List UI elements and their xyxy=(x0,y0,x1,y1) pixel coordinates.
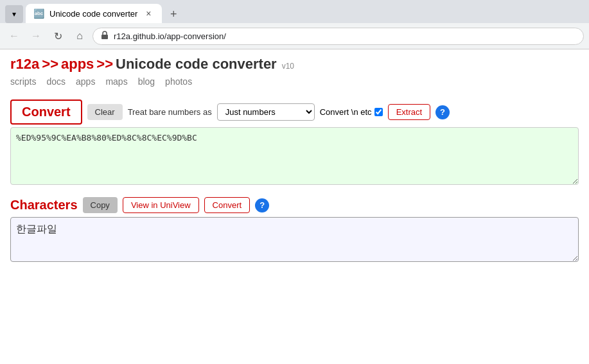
clear-button[interactable]: Clear xyxy=(87,104,123,120)
tab-favicon: 🔤 xyxy=(33,8,44,19)
nav-blog[interactable]: blog xyxy=(138,76,155,87)
treat-label: Treat bare numbers as xyxy=(128,107,212,117)
characters-help-icon[interactable]: ? xyxy=(255,198,269,212)
tab-title: Unicode code converter xyxy=(49,9,137,19)
characters-section: Characters Copy View in UniView Convert … xyxy=(10,197,579,264)
convert-small-button[interactable]: Convert xyxy=(204,197,251,213)
copy-button[interactable]: Copy xyxy=(83,197,118,213)
tab-switcher[interactable]: ▾ xyxy=(5,5,23,23)
convert-n-checkbox[interactable] xyxy=(374,108,383,116)
tab-close-button[interactable]: × xyxy=(143,8,154,19)
breadcrumb: r12a >> apps >> Unicode code converter v… xyxy=(10,56,579,73)
characters-title: Characters xyxy=(10,198,78,212)
page-content: r12a >> apps >> Unicode code converter v… xyxy=(0,49,589,270)
nav-maps[interactable]: maps xyxy=(105,76,127,87)
browser-tab[interactable]: 🔤 Unicode code converter × xyxy=(26,4,162,23)
site-header: r12a >> apps >> Unicode code converter v… xyxy=(10,56,579,73)
breadcrumb-sep2: >> xyxy=(96,56,113,73)
breadcrumb-r12a[interactable]: r12a xyxy=(10,56,39,73)
address-bar[interactable]: r12a.github.io/app-conversion/ xyxy=(92,28,584,45)
characters-textarea[interactable] xyxy=(10,217,579,262)
nav-photos[interactable]: photos xyxy=(165,76,192,87)
characters-toolbar: Characters Copy View in UniView Convert … xyxy=(10,197,579,213)
tab-bar: ▾ 🔤 Unicode code converter × + xyxy=(5,4,584,23)
convert-n-label[interactable]: Convert \n etc xyxy=(320,107,383,117)
nav-docs[interactable]: docs xyxy=(46,76,66,87)
browser-chrome: ▾ 🔤 Unicode code converter × + xyxy=(0,0,589,23)
extract-button[interactable]: Extract xyxy=(388,104,430,120)
convert-main-button[interactable]: Convert xyxy=(10,100,82,125)
tab-switcher-icon: ▾ xyxy=(12,10,16,19)
convert-textarea[interactable] xyxy=(10,127,579,185)
home-button[interactable]: ⌂ xyxy=(71,27,89,45)
reload-button[interactable]: ↻ xyxy=(49,27,67,45)
breadcrumb-apps[interactable]: apps xyxy=(61,56,94,73)
version-badge: v10 xyxy=(282,62,294,71)
convert-section: Convert Clear Treat bare numbers as Just… xyxy=(10,100,579,187)
treat-select[interactable]: Just numbers Decimal codepoints Hex code… xyxy=(217,103,315,121)
view-uniview-button[interactable]: View in UniView xyxy=(123,197,199,213)
convert-n-text: Convert \n etc xyxy=(320,107,372,117)
url-display: r12a.github.io/app-conversion/ xyxy=(114,31,576,41)
nav-apps[interactable]: apps xyxy=(76,76,95,87)
convert-help-icon[interactable]: ? xyxy=(435,105,450,119)
breadcrumb-sep1: >> xyxy=(42,56,58,73)
page-title: Unicode code converter xyxy=(116,56,277,73)
new-tab-button[interactable]: + xyxy=(164,5,182,23)
svg-rect-0 xyxy=(101,35,108,39)
nav-links: scripts docs apps maps blog photos xyxy=(10,76,579,87)
security-icon xyxy=(101,31,109,42)
convert-toolbar: Convert Clear Treat bare numbers as Just… xyxy=(10,100,579,125)
forward-button[interactable]: → xyxy=(27,27,45,45)
back-button[interactable]: ← xyxy=(5,27,23,45)
nav-scripts[interactable]: scripts xyxy=(10,76,36,87)
browser-toolbar: ← → ↻ ⌂ r12a.github.io/app-conversion/ xyxy=(0,23,589,49)
